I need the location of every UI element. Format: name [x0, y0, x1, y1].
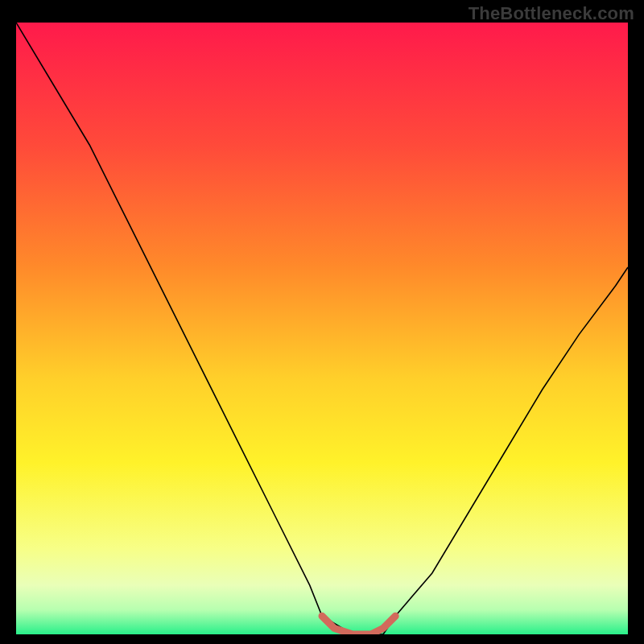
heat-background — [16, 23, 628, 634]
watermark-text: TheBottleneck.com — [469, 3, 634, 24]
chart-svg — [16, 23, 628, 634]
plot-area — [16, 23, 628, 634]
chart-frame: TheBottleneck.com — [0, 0, 644, 644]
